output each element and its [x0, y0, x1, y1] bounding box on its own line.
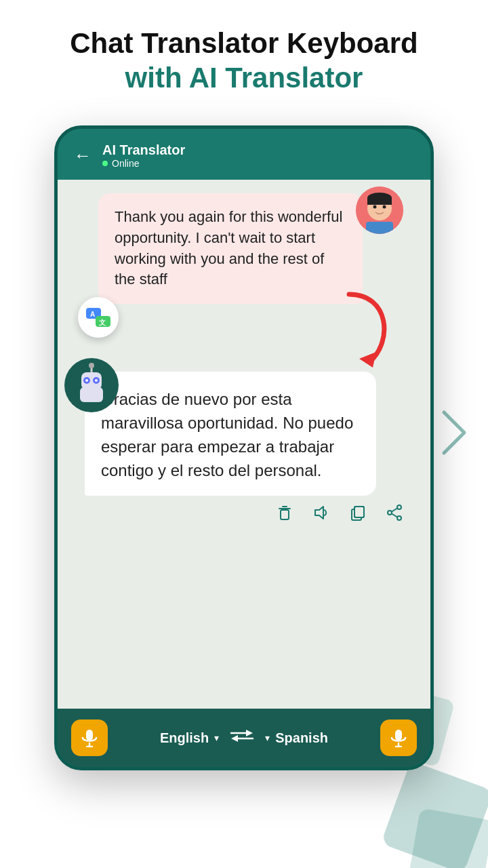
svg-rect-37	[86, 730, 93, 741]
contact-status: Online	[102, 158, 185, 169]
translate-icon: A 文	[83, 302, 113, 332]
svg-point-8	[373, 205, 377, 209]
svg-point-24	[89, 363, 94, 368]
language-selector[interactable]: English ▾ ▾ Spanish	[115, 728, 373, 747]
svg-point-9	[383, 205, 386, 209]
message-actions	[71, 496, 417, 531]
swap-languages-button[interactable]	[224, 728, 260, 747]
phone-frame: ← AI Translator Online Thank you again f…	[54, 125, 434, 770]
keyboard-toolbar: English ▾ ▾ Spanish	[58, 709, 430, 767]
translated-message-text: Gracias de nuevo por esta maravillosa op…	[101, 390, 353, 479]
svg-marker-41	[246, 730, 253, 736]
user-message-container: Thank you again for this wonderful oppor…	[71, 193, 363, 304]
status-label: Online	[112, 158, 139, 169]
svg-marker-43	[231, 735, 238, 742]
user-message-bubble: Thank you again for this wonderful oppor…	[98, 193, 363, 304]
svg-marker-28	[315, 507, 323, 519]
bot-avatar-graphic	[68, 361, 115, 409]
svg-line-36	[392, 514, 397, 517]
target-mic-button[interactable]	[380, 719, 417, 756]
swap-icon	[230, 728, 254, 743]
target-lang-dropdown[interactable]: ▾	[265, 732, 270, 743]
page-title-line2: with AI Translator	[41, 60, 447, 97]
page-title-line1: Chat Translator Keyboard	[41, 27, 447, 60]
bot-message-container: Gracias de nuevo por esta maravillosa op…	[71, 372, 417, 531]
arrow-graphic	[336, 288, 396, 369]
phone-mockup: ← AI Translator Online Thank you again f…	[54, 125, 434, 770]
copy-icon[interactable]	[349, 504, 367, 526]
speaker-icon[interactable]	[312, 504, 330, 526]
svg-rect-7	[367, 198, 392, 205]
svg-rect-4	[366, 222, 393, 234]
right-chevron	[441, 406, 468, 462]
svg-rect-30	[354, 507, 364, 517]
chat-header: ← AI Translator Online	[58, 129, 430, 180]
source-language-label[interactable]: English	[160, 730, 209, 746]
user-avatar	[356, 186, 403, 234]
bot-avatar	[64, 358, 119, 412]
svg-text:文: 文	[99, 319, 106, 326]
back-button[interactable]: ←	[74, 145, 92, 166]
svg-point-33	[388, 511, 392, 515]
avatar-graphic	[356, 186, 403, 234]
chat-contact-info: AI Translator Online	[102, 142, 185, 169]
status-indicator	[102, 161, 108, 166]
translation-arrow	[336, 288, 396, 372]
mic-icon-left	[80, 728, 99, 747]
svg-point-21	[85, 379, 88, 382]
contact-name: AI Translator	[102, 142, 185, 158]
user-message-text: Thank you again for this wonderful oppor…	[115, 208, 342, 288]
svg-point-22	[95, 379, 98, 382]
translated-message-bubble: Gracias de nuevo por esta maravillosa op…	[85, 372, 376, 496]
svg-rect-25	[281, 510, 289, 519]
svg-point-32	[397, 505, 401, 509]
svg-rect-44	[395, 730, 402, 741]
source-lang-dropdown[interactable]: ▾	[214, 732, 219, 743]
svg-point-34	[397, 516, 401, 520]
delete-icon[interactable]	[276, 504, 293, 526]
svg-marker-15	[359, 352, 376, 368]
source-mic-button[interactable]	[71, 719, 108, 756]
svg-text:A: A	[90, 311, 95, 318]
target-language-label[interactable]: Spanish	[275, 730, 328, 746]
chat-body: Thank you again for this wonderful oppor…	[58, 180, 430, 709]
translate-icon-badge: A 文	[78, 297, 119, 338]
mic-icon-right	[389, 728, 408, 747]
page-header: Chat Translator Keyboard with AI Transla…	[0, 0, 488, 117]
svg-line-35	[392, 509, 397, 512]
share-icon[interactable]	[386, 504, 403, 526]
